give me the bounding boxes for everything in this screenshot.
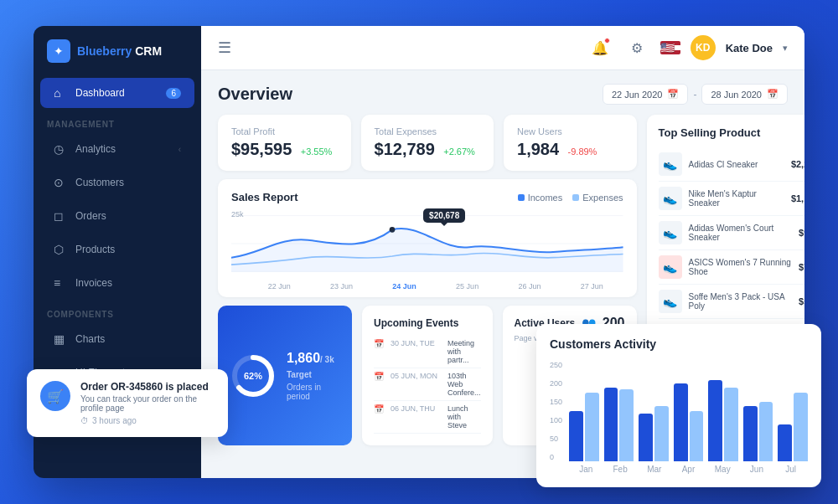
event-calendar-icon-1: 📅 <box>374 339 384 348</box>
sales-report-card: Sales Report Incomes Expenses <box>218 179 637 297</box>
sidebar-item-invoices[interactable]: ≡ Invoices <box>40 268 194 298</box>
bar-group <box>778 393 808 462</box>
management-section-label: MANAGEMENT <box>34 110 201 132</box>
legend-incomes: Incomes <box>518 193 563 203</box>
notifications-button[interactable]: 🔔 <box>587 34 613 61</box>
sidebar-item-analytics[interactable]: ◷ Analytics ‹ <box>40 134 194 164</box>
bar-group <box>569 393 599 462</box>
home-icon: ⌂ <box>54 86 67 100</box>
stat-new-users: New Users 1,984 -9.89% <box>504 115 637 171</box>
product-img-2: 👟 <box>659 187 682 210</box>
product-item-1: 👟 Adidas Cl Sneaker $2,230 <box>659 147 804 182</box>
legend-expenses: Expenses <box>572 193 623 203</box>
notification-dot <box>604 38 610 44</box>
product-item-2: 👟 Nike Men's Kaptur Sneaker $1,124 <box>659 182 804 216</box>
upcoming-events-card: Upcoming Events 📅 30 JUN, TUE Meeting wi… <box>362 306 493 445</box>
sidebar-item-customers[interactable]: ⊙ Customers <box>40 167 194 198</box>
avatar: KD <box>691 35 716 60</box>
logo: ✦ Blueberry CRM <box>34 26 201 76</box>
bar-secondary <box>690 411 704 462</box>
settings-button[interactable]: ⚙ <box>623 34 650 61</box>
date-from-input[interactable]: 22 Jun 2020 📅 <box>603 84 689 105</box>
bar-primary <box>743 406 758 461</box>
chart-header: Sales Report Incomes Expenses <box>231 191 623 203</box>
bar-primary <box>778 424 792 461</box>
calendar-icon-from: 📅 <box>667 89 679 100</box>
notification-time: ⏱ 3 hours ago <box>80 416 215 425</box>
notification-content: Order OR-345860 is placed You can track … <box>80 381 215 425</box>
hamburger-button[interactable]: ☰ <box>218 39 231 57</box>
orders-card: 62% 1,860/ 3k Target Orders in period <box>218 306 352 445</box>
components-section-label: COMPONENTS <box>34 300 201 322</box>
bar-group <box>674 383 704 462</box>
stat-total-expenses: Total Expenses $12,789 +2.67% <box>361 115 494 171</box>
customers-icon: ⊙ <box>54 176 67 189</box>
logo-text: Blueberry CRM <box>77 44 162 58</box>
ca-chart-wrapper: 250 200 150 100 50 0 Jan Feb Mar Apr May <box>550 361 808 474</box>
orders-label: Orders in period <box>287 383 340 401</box>
chart-tooltip: $20,678 <box>423 208 465 223</box>
bar-secondary <box>654 406 669 461</box>
analytics-icon: ◷ <box>54 142 67 156</box>
date-to-input[interactable]: 28 Jun 2020 📅 <box>701 84 788 105</box>
language-flag[interactable]: 🇺🇸 <box>660 41 680 54</box>
customers-activity-card: Customers Activity 250 200 150 100 50 0 … <box>536 324 821 487</box>
sidebar-item-products[interactable]: ⬡ Products <box>40 234 194 265</box>
bar-primary <box>639 414 653 461</box>
bar-primary <box>674 383 688 462</box>
events-title: Upcoming Events <box>374 317 481 329</box>
notification-title: Order OR-345860 is placed <box>80 381 215 393</box>
date-separator: - <box>693 89 696 100</box>
bar-secondary <box>585 393 599 462</box>
product-img-5: 👟 <box>659 290 682 313</box>
calendar-icon-to: 📅 <box>767 89 779 100</box>
product-img-3: 👟 <box>659 221 682 244</box>
product-img-1: 👟 <box>659 152 682 176</box>
bar-primary <box>708 380 722 461</box>
ca-y-labels: 250 200 150 100 50 0 <box>550 361 562 461</box>
event-item-1: 📅 30 JUN, TUE Meeting with partr... <box>374 336 481 368</box>
topbar-right: 🔔 ⚙ 🇺🇸 KD Kate Doe ▾ <box>587 34 788 61</box>
user-menu-chevron[interactable]: ▾ <box>783 43 788 54</box>
ca-bars-area: Jan Feb Mar Apr May Jun Jul <box>569 361 808 474</box>
orders-count: 1,860/ 3k Target <box>287 351 340 381</box>
notification-popup: 🛒 Order OR-345860 is placed You can trac… <box>27 369 228 437</box>
chart-legend: Incomes Expenses <box>518 193 623 203</box>
event-calendar-icon-3: 📅 <box>374 404 384 414</box>
legend-dot-incomes <box>518 194 525 201</box>
donut-chart: 62% <box>230 352 277 399</box>
bar-group <box>604 388 634 461</box>
orders-info: 1,860/ 3k Target Orders in period <box>287 351 340 401</box>
user-name: Kate Doe <box>726 42 773 54</box>
products-icon: ⬡ <box>54 243 67 256</box>
ca-title: Customers Activity <box>550 337 808 351</box>
event-item-2: 📅 05 JUN, MON 103th Web Confere... <box>374 368 481 401</box>
ca-x-labels: Jan Feb Mar Apr May Jun Jul <box>569 465 808 474</box>
stat-total-profit: Total Profit $95,595 +3.55% <box>218 115 351 171</box>
product-item-5: 👟 Soffe Men's 3 Pack - USA Poly $556 <box>659 285 804 319</box>
sidebar-item-dashboard[interactable]: ⌂ Dashboard 6 <box>40 78 194 108</box>
logo-icon: ✦ <box>47 39 70 63</box>
clock-icon: ⏱ <box>80 416 89 425</box>
product-item-4: 👟 ASICS Women's 7 Running Shoe $768 <box>659 250 804 285</box>
sidebar-item-charts[interactable]: ▦ Charts <box>40 324 194 354</box>
event-calendar-icon-2: 📅 <box>374 372 384 381</box>
product-item-3: 👟 Adidas Women's Court Sneaker $998 <box>659 216 804 250</box>
bar-primary <box>604 388 618 461</box>
donut-label: 62% <box>244 371 262 381</box>
notification-body: You can track your order on the profile … <box>80 394 215 413</box>
event-item-3: 📅 06 JUN, THU Lunch with Steve <box>374 401 481 434</box>
chart-area: 25k $20,678 <box>231 210 623 285</box>
topbar: ☰ 🔔 ⚙ 🇺🇸 KD Kate Doe ▾ <box>201 26 804 70</box>
bar-group <box>708 380 738 461</box>
bar-group <box>743 402 773 462</box>
orders-icon: ◻ <box>54 209 67 223</box>
date-range: 22 Jun 2020 📅 - 28 Jun 2020 📅 <box>603 84 788 105</box>
stats-row: Total Profit $95,595 +3.55% Total Expens… <box>218 115 637 171</box>
invoices-icon: ≡ <box>54 276 67 290</box>
bar-primary <box>569 411 583 462</box>
bar-secondary <box>759 402 773 462</box>
sidebar-item-orders[interactable]: ◻ Orders <box>40 201 194 231</box>
bar-secondary <box>794 393 808 462</box>
ca-bars <box>569 361 808 461</box>
